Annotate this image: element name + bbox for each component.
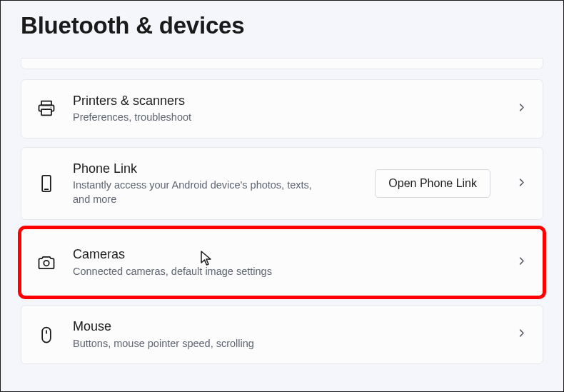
svg-rect-6	[42, 327, 51, 342]
svg-point-5	[44, 261, 49, 266]
camera-icon	[36, 252, 57, 273]
phone-icon	[36, 173, 57, 194]
card-title: Mouse	[73, 318, 500, 335]
svg-point-2	[51, 107, 51, 108]
card-subtitle: Connected cameras, default image setting…	[73, 265, 500, 279]
card-cameras[interactable]: Cameras Connected cameras, default image…	[21, 228, 543, 296]
card-title: Cameras	[73, 246, 500, 263]
card-title: Phone Link	[73, 161, 359, 177]
chevron-right-icon	[516, 256, 527, 269]
partial-card-above	[21, 58, 543, 69]
chevron-right-icon	[516, 328, 527, 341]
card-subtitle: Buttons, mouse pointer speed, scrolling	[73, 337, 500, 351]
page-title: Bluetooth & devices	[21, 12, 543, 39]
chevron-right-icon	[516, 177, 527, 191]
card-mouse[interactable]: Mouse Buttons, mouse pointer speed, scro…	[21, 305, 543, 364]
card-printers-scanners[interactable]: Printers & scanners Preferences, trouble…	[21, 79, 543, 139]
svg-rect-1	[41, 110, 51, 116]
mouse-icon	[36, 324, 57, 346]
card-subtitle: Instantly access your Android device's p…	[73, 179, 316, 206]
card-subtitle: Preferences, troubleshoot	[73, 111, 316, 125]
open-phone-link-button[interactable]: Open Phone Link	[375, 169, 490, 198]
card-phone-link[interactable]: Phone Link Instantly access your Android…	[21, 147, 543, 221]
chevron-right-icon	[516, 102, 527, 116]
svg-rect-0	[41, 101, 51, 106]
card-title: Printers & scanners	[73, 93, 500, 109]
printer-icon	[36, 98, 57, 119]
